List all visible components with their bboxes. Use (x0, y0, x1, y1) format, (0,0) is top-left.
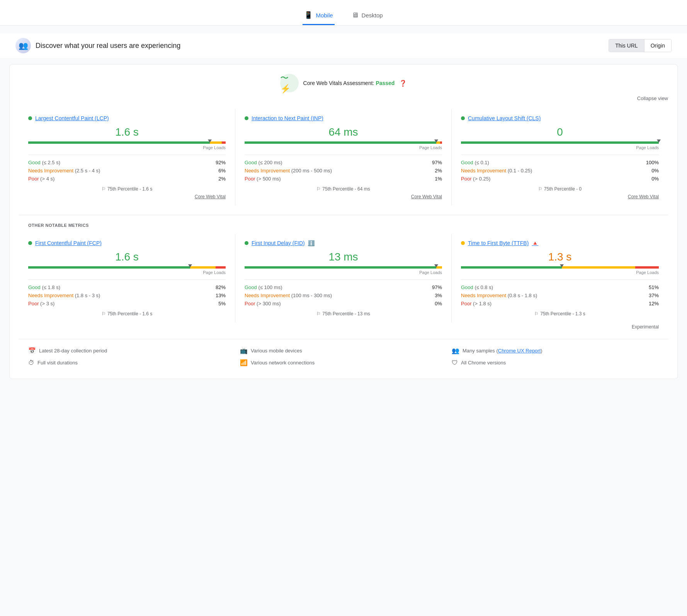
footer-icon-1: 📺 (240, 347, 248, 354)
metric-title-ttfb[interactable]: Time to First Byte (TTFB) 🔺 (461, 240, 659, 246)
this-url-button[interactable]: This URL (609, 39, 644, 52)
url-origin-toggle: This URL Origin (609, 39, 672, 52)
metric-row: Needs Improvement (200 ms - 500 ms) 2% (245, 168, 442, 174)
progress-bar (245, 266, 442, 269)
tab-desktop[interactable]: 🖥 Desktop (350, 7, 384, 25)
page-loads-label: Page Loads (461, 145, 659, 150)
status-dot-lcp (28, 116, 32, 120)
footer-item-5: 🛡 All Chrome versions (452, 359, 659, 366)
metric-rows-ttfb: Good (≤ 0.8 s) 51% Needs Improvement (0.… (461, 279, 659, 306)
pulse-icon: 〜⚡ (280, 74, 299, 92)
metric-col-ttfb: Time to First Byte (TTFB) 🔺 1.3 s Page L… (452, 234, 668, 323)
page-loads-label: Page Loads (28, 145, 226, 150)
metric-rows-fid: Good (≤ 100 ms) 97% Needs Improvement (1… (245, 279, 442, 306)
metric-row: Poor (> 1.8 s) 12% (461, 301, 659, 306)
metric-value-inp: 64 ms (245, 126, 442, 138)
metric-rows-fcp: Good (≤ 1.8 s) 82% Needs Improvement (1.… (28, 279, 226, 306)
metric-row: Good (≤ 100 ms) 97% (245, 284, 442, 290)
metric-row: Good (≤ 1.8 s) 82% (28, 284, 226, 290)
footer-item-1: 📺 Various mobile devices (240, 347, 447, 354)
desktop-icon: 🖥 (352, 11, 359, 19)
other-metrics-label: OTHER NOTABLE METRICS (19, 223, 668, 228)
footer-item-3: ⏱ Full visit durations (28, 359, 235, 366)
avatar: 👥 (15, 38, 31, 53)
footer-icon-2: 👥 (452, 347, 459, 354)
metric-col-cls: Cumulative Layout Shift (CLS) 0 Page Loa… (452, 109, 668, 206)
status-dot-cls (461, 116, 465, 120)
other-metrics-section: OTHER NOTABLE METRICS First Contentful P… (19, 215, 668, 330)
help-icon[interactable]: ❓ (399, 80, 407, 87)
metric-row: Needs Improvement (0.1 - 0.25) 0% (461, 168, 659, 174)
metric-col-fid: First Input Delay (FID) ℹ️ 13 ms Page Lo… (235, 234, 452, 323)
metric-title-inp[interactable]: Interaction to Next Paint (INP) (245, 115, 442, 121)
metric-row: Needs Improvement (2.5 s - 4 s) 6% (28, 168, 226, 174)
percentile-fid: ⚐ 75th Percentile - 13 ms (245, 311, 442, 317)
core-vitals-grid: Largest Contentful Paint (LCP) 1.6 s Pag… (19, 109, 668, 206)
metric-row: Poor (> 300 ms) 0% (245, 301, 442, 306)
percentile-lcp: ⚐ 75th Percentile - 1.6 s (28, 186, 226, 192)
metric-row: Poor (> 0.25) 0% (461, 176, 659, 182)
tab-desktop-label: Desktop (362, 12, 383, 19)
metric-col-inp: Interaction to Next Paint (INP) 64 ms Pa… (235, 109, 452, 206)
percentile-fcp: ⚐ 75th Percentile - 1.6 s (28, 311, 226, 317)
page-title: Discover what your real users are experi… (36, 42, 180, 50)
origin-button[interactable]: Origin (644, 39, 671, 52)
status-dot-fid (245, 241, 248, 245)
percentile-ttfb: ⚐ 75th Percentile - 1.3 s (461, 311, 659, 317)
assessment-title: Core Web Vitals Assessment: Passed (303, 80, 395, 86)
footer-icon-4: 📶 (240, 359, 248, 366)
footer-icon-0: 📅 (28, 347, 36, 354)
metric-col-lcp: Largest Contentful Paint (LCP) 1.6 s Pag… (19, 109, 235, 206)
experimental-icon: 🔺 (532, 240, 538, 246)
main-card: 〜⚡ Core Web Vitals Assessment: Passed ❓ … (9, 64, 678, 379)
progress-bar (461, 266, 659, 269)
progress-bar (245, 141, 442, 144)
tab-mobile-label: Mobile (316, 12, 333, 19)
progress-bar (28, 266, 226, 269)
status-dot-inp (245, 116, 248, 120)
info-icon[interactable]: ℹ️ (308, 240, 315, 246)
top-tabs-container: 📱 Mobile 🖥 Desktop (0, 0, 687, 26)
metric-row: Needs Improvement (1.8 s - 3 s) 13% (28, 293, 226, 298)
metric-title-fcp[interactable]: First Contentful Paint (FCP) (28, 240, 226, 246)
metric-rows-cls: Good (≤ 0.1) 100% Needs Improvement (0.1… (461, 155, 659, 182)
metric-value-fcp: 1.6 s (28, 251, 226, 263)
page-loads-label: Page Loads (245, 270, 442, 275)
core-vital-link-inp[interactable]: Core Web Vital (245, 194, 442, 199)
status-dot-fcp (28, 241, 32, 245)
metric-rows-lcp: Good (≤ 2.5 s) 92% Needs Improvement (2.… (28, 155, 226, 182)
mobile-icon: 📱 (304, 11, 313, 19)
metric-value-fid: 13 ms (245, 251, 442, 263)
metric-title-cls[interactable]: Cumulative Layout Shift (CLS) (461, 115, 659, 121)
footer-grid: 📅 Latest 28-day collection period 📺 Vari… (28, 347, 659, 366)
metric-value-lcp: 1.6 s (28, 126, 226, 138)
footer-item-4: 📶 Various network connections (240, 359, 447, 366)
metric-col-fcp: First Contentful Paint (FCP) 1.6 s Page … (19, 234, 235, 323)
metric-title-lcp[interactable]: Largest Contentful Paint (LCP) (28, 115, 226, 121)
chrome-ux-report-link[interactable]: Chrome UX Report (498, 348, 541, 354)
experimental-label: Experimental (19, 324, 668, 330)
footer-section: 📅 Latest 28-day collection period 📺 Vari… (19, 339, 668, 369)
metric-row: Needs Improvement (100 ms - 300 ms) 3% (245, 293, 442, 298)
tab-mobile[interactable]: 📱 Mobile (303, 6, 334, 25)
progress-bar (28, 141, 226, 144)
core-vital-link-lcp[interactable]: Core Web Vital (28, 194, 226, 199)
metric-row: Needs Improvement (0.8 s - 1.8 s) 37% (461, 293, 659, 298)
metric-row: Good (≤ 2.5 s) 92% (28, 160, 226, 165)
metric-value-cls: 0 (461, 126, 659, 138)
metric-row: Good (≤ 0.8 s) 51% (461, 284, 659, 290)
footer-icon-5: 🛡 (452, 359, 458, 366)
footer-item-2: 👥 Many samples (Chrome UX Report) (452, 347, 659, 354)
metric-value-ttfb: 1.3 s (461, 251, 659, 263)
footer-icon-3: ⏱ (28, 359, 34, 366)
page-loads-label: Page Loads (461, 270, 659, 275)
assessment-status: Passed (376, 80, 395, 86)
page-loads-label: Page Loads (245, 145, 442, 150)
collapse-view-link[interactable]: Collapse view (637, 95, 668, 101)
metric-title-fid[interactable]: First Input Delay (FID) ℹ️ (245, 240, 442, 246)
percentile-cls: ⚐ 75th Percentile - 0 (461, 186, 659, 192)
page-loads-label: Page Loads (28, 270, 226, 275)
header-bar: 👥 Discover what your real users are expe… (0, 33, 687, 58)
metric-row: Good (≤ 0.1) 100% (461, 160, 659, 165)
core-vital-link-cls[interactable]: Core Web Vital (461, 194, 659, 199)
